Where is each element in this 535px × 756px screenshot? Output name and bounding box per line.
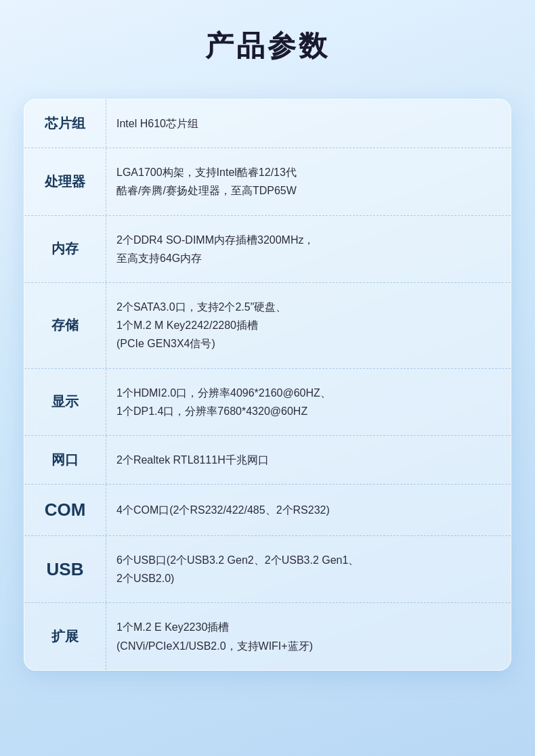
spec-value-text-memory: 2个DDR4 SO-DIMM内存插槽3200MHz，至高支持64G内存 [116, 231, 314, 267]
spec-label-chipset: 芯片组 [24, 99, 106, 148]
spec-value-chipset: Intel H610芯片组 [106, 99, 511, 148]
spec-label-memory: 内存 [24, 216, 106, 282]
spec-row-com: COM4个COM口(2个RS232/422/485、2个RS232) [24, 485, 511, 536]
spec-value-text-com: 4个COM口(2个RS232/422/485、2个RS232) [116, 501, 330, 519]
spec-value-display: 1个HDMI2.0口，分辨率4096*2160@60HZ、1个DP1.4口，分辨… [106, 369, 511, 435]
spec-value-text-display: 1个HDMI2.0口，分辨率4096*2160@60HZ、1个DP1.4口，分辨… [116, 384, 331, 420]
spec-value-usb: 6个USB口(2个USB3.2 Gen2、2个USB3.2 Gen1、2个USB… [106, 536, 511, 602]
spec-value-memory: 2个DDR4 SO-DIMM内存插槽3200MHz，至高支持64G内存 [106, 216, 511, 282]
spec-label-network: 网口 [24, 436, 106, 484]
spec-row-usb: USB6个USB口(2个USB3.2 Gen2、2个USB3.2 Gen1、2个… [24, 536, 511, 603]
spec-label-storage: 存储 [24, 283, 106, 368]
spec-label-com: COM [24, 485, 106, 535]
spec-value-storage: 2个SATA3.0口，支持2个2.5"硬盘、1个M.2 M Key2242/22… [106, 283, 511, 368]
spec-value-text-network: 2个Realtek RTL8111H千兆网口 [116, 451, 269, 469]
spec-label-processor: 处理器 [24, 148, 106, 215]
spec-label-expansion: 扩展 [24, 603, 106, 669]
spec-row-memory: 内存2个DDR4 SO-DIMM内存插槽3200MHz，至高支持64G内存 [24, 216, 511, 283]
spec-value-text-chipset: Intel H610芯片组 [116, 114, 198, 133]
spec-value-text-storage: 2个SATA3.0口，支持2个2.5"硬盘、1个M.2 M Key2242/22… [116, 298, 286, 353]
page-title: 产品参数 [205, 27, 330, 65]
spec-value-expansion: 1个M.2 E Key2230插槽(CNVi/PCIeX1/USB2.0，支持W… [106, 603, 511, 669]
spec-row-expansion: 扩展1个M.2 E Key2230插槽(CNVi/PCIeX1/USB2.0，支… [24, 603, 511, 669]
spec-value-com: 4个COM口(2个RS232/422/485、2个RS232) [106, 485, 511, 535]
spec-value-text-usb: 6个USB口(2个USB3.2 Gen2、2个USB3.2 Gen1、2个USB… [116, 551, 359, 587]
spec-value-text-expansion: 1个M.2 E Key2230插槽(CNVi/PCIeX1/USB2.0，支持W… [116, 618, 313, 654]
spec-row-display: 显示1个HDMI2.0口，分辨率4096*2160@60HZ、1个DP1.4口，… [24, 369, 511, 436]
spec-value-network: 2个Realtek RTL8111H千兆网口 [106, 436, 511, 484]
spec-row-chipset: 芯片组Intel H610芯片组 [24, 99, 511, 148]
spec-value-processor: LGA1700构架，支持Intel酷睿12/13代酷睿/奔腾/赛扬处理器，至高T… [106, 148, 511, 215]
spec-label-usb: USB [24, 536, 106, 602]
spec-row-network: 网口2个Realtek RTL8111H千兆网口 [24, 436, 511, 485]
specs-card: 芯片组Intel H610芯片组处理器LGA1700构架，支持Intel酷睿12… [24, 99, 511, 671]
spec-row-storage: 存储2个SATA3.0口，支持2个2.5"硬盘、1个M.2 M Key2242/… [24, 283, 511, 369]
spec-label-display: 显示 [24, 369, 106, 435]
spec-value-text-processor: LGA1700构架，支持Intel酷睿12/13代酷睿/奔腾/赛扬处理器，至高T… [116, 163, 297, 200]
spec-row-processor: 处理器LGA1700构架，支持Intel酷睿12/13代酷睿/奔腾/赛扬处理器，… [24, 148, 511, 215]
